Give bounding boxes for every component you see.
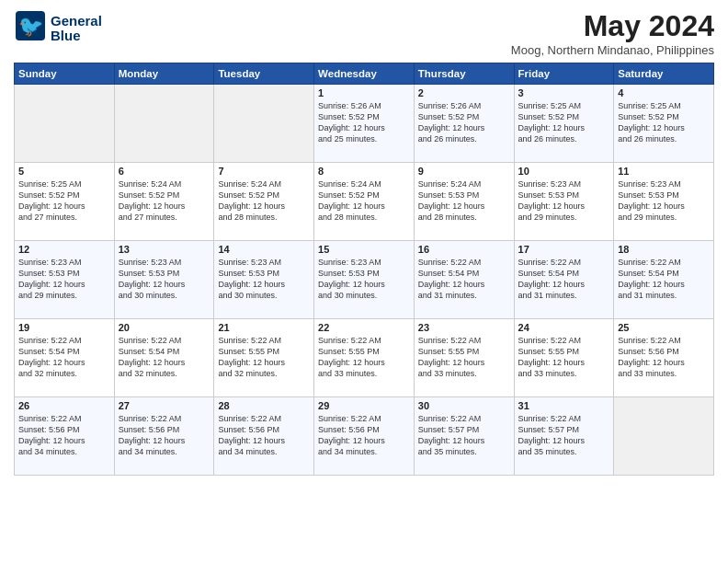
- day-number: 30: [418, 400, 510, 411]
- calendar-cell: 13Sunrise: 5:23 AM Sunset: 5:53 PM Dayli…: [114, 241, 214, 319]
- day-number: 17: [518, 244, 610, 255]
- day-number: 9: [418, 166, 510, 177]
- calendar-cell: 30Sunrise: 5:22 AM Sunset: 5:57 PM Dayli…: [414, 397, 514, 476]
- weekday-header: Sunday: [15, 63, 115, 85]
- day-number: 22: [318, 322, 410, 333]
- day-number: 1: [318, 87, 410, 98]
- calendar-cell: 28Sunrise: 5:22 AM Sunset: 5:56 PM Dayli…: [214, 397, 314, 476]
- calendar-cell: 17Sunrise: 5:22 AM Sunset: 5:54 PM Dayli…: [514, 241, 614, 319]
- calendar-week-row: 19Sunrise: 5:22 AM Sunset: 5:54 PM Dayli…: [15, 319, 714, 397]
- day-info: Sunrise: 5:22 AM Sunset: 5:57 PM Dayligh…: [418, 413, 510, 458]
- location-subtitle: Moog, Northern Mindanao, Philippines: [511, 43, 714, 57]
- calendar-header-row: SundayMondayTuesdayWednesdayThursdayFrid…: [15, 63, 714, 85]
- day-info: Sunrise: 5:24 AM Sunset: 5:53 PM Dayligh…: [418, 178, 510, 224]
- calendar-cell: 24Sunrise: 5:22 AM Sunset: 5:55 PM Dayli…: [514, 319, 614, 397]
- day-number: 5: [18, 166, 110, 177]
- calendar-cell: 16Sunrise: 5:22 AM Sunset: 5:54 PM Dayli…: [414, 241, 514, 319]
- logo-bird-icon: 🐦: [14, 9, 47, 48]
- calendar-cell: 14Sunrise: 5:23 AM Sunset: 5:53 PM Dayli…: [214, 241, 314, 319]
- day-number: 4: [618, 87, 710, 98]
- day-number: 13: [119, 244, 210, 255]
- day-number: 26: [18, 400, 110, 411]
- day-info: Sunrise: 5:22 AM Sunset: 5:54 PM Dayligh…: [18, 335, 110, 380]
- day-info: Sunrise: 5:23 AM Sunset: 5:53 PM Dayligh…: [218, 257, 310, 302]
- calendar-cell: 7Sunrise: 5:24 AM Sunset: 5:52 PM Daylig…: [214, 163, 314, 241]
- day-info: Sunrise: 5:22 AM Sunset: 5:55 PM Dayligh…: [218, 335, 310, 380]
- day-info: Sunrise: 5:23 AM Sunset: 5:53 PM Dayligh…: [18, 257, 110, 302]
- day-number: 20: [119, 322, 210, 333]
- title-block: May 2024 Moog, Northern Mindanao, Philip…: [511, 9, 714, 57]
- calendar-cell: 31Sunrise: 5:22 AM Sunset: 5:57 PM Dayli…: [514, 397, 614, 476]
- day-info: Sunrise: 5:22 AM Sunset: 5:54 PM Dayligh…: [518, 257, 610, 302]
- calendar-cell: 21Sunrise: 5:22 AM Sunset: 5:55 PM Dayli…: [214, 319, 314, 397]
- calendar-cell: 4Sunrise: 5:25 AM Sunset: 5:52 PM Daylig…: [614, 85, 714, 163]
- weekday-header: Thursday: [414, 63, 514, 85]
- day-info: Sunrise: 5:22 AM Sunset: 5:56 PM Dayligh…: [218, 413, 310, 458]
- day-number: 31: [518, 400, 610, 411]
- day-number: 16: [418, 244, 510, 255]
- day-info: Sunrise: 5:22 AM Sunset: 5:55 PM Dayligh…: [418, 335, 510, 380]
- calendar-cell: 2Sunrise: 5:26 AM Sunset: 5:52 PM Daylig…: [414, 85, 514, 163]
- day-number: 28: [218, 400, 310, 411]
- weekday-header: Saturday: [614, 63, 714, 85]
- calendar-table: SundayMondayTuesdayWednesdayThursdayFrid…: [14, 63, 714, 476]
- day-number: 18: [618, 244, 710, 255]
- day-info: Sunrise: 5:22 AM Sunset: 5:54 PM Dayligh…: [418, 257, 510, 302]
- calendar-cell: 6Sunrise: 5:24 AM Sunset: 5:52 PM Daylig…: [114, 163, 214, 241]
- day-number: 2: [418, 87, 510, 98]
- day-number: 24: [518, 322, 610, 333]
- day-info: Sunrise: 5:26 AM Sunset: 5:52 PM Dayligh…: [418, 100, 510, 145]
- day-info: Sunrise: 5:25 AM Sunset: 5:52 PM Dayligh…: [618, 100, 710, 145]
- logo-text: General Blue: [51, 14, 102, 44]
- day-info: Sunrise: 5:22 AM Sunset: 5:55 PM Dayligh…: [518, 335, 610, 380]
- logo: 🐦 General Blue: [14, 9, 102, 48]
- calendar-week-row: 12Sunrise: 5:23 AM Sunset: 5:53 PM Dayli…: [15, 241, 714, 319]
- calendar-week-row: 5Sunrise: 5:25 AM Sunset: 5:52 PM Daylig…: [15, 163, 714, 241]
- day-number: 14: [218, 244, 310, 255]
- weekday-header: Monday: [114, 63, 214, 85]
- calendar-cell: 15Sunrise: 5:23 AM Sunset: 5:53 PM Dayli…: [314, 241, 415, 319]
- day-number: 12: [18, 244, 110, 255]
- calendar-cell: 18Sunrise: 5:22 AM Sunset: 5:54 PM Dayli…: [614, 241, 714, 319]
- calendar-cell: [214, 85, 314, 163]
- calendar-cell: [15, 85, 115, 163]
- day-number: 23: [418, 322, 510, 333]
- calendar-cell: 19Sunrise: 5:22 AM Sunset: 5:54 PM Dayli…: [15, 319, 115, 397]
- calendar-cell: 1Sunrise: 5:26 AM Sunset: 5:52 PM Daylig…: [314, 85, 415, 163]
- calendar-week-row: 26Sunrise: 5:22 AM Sunset: 5:56 PM Dayli…: [15, 397, 714, 476]
- day-info: Sunrise: 5:26 AM Sunset: 5:52 PM Dayligh…: [318, 100, 410, 145]
- day-info: Sunrise: 5:24 AM Sunset: 5:52 PM Dayligh…: [119, 178, 210, 224]
- page-header: 🐦 General Blue May 2024 Moog, Northern M…: [14, 9, 714, 57]
- day-number: 8: [318, 166, 410, 177]
- month-title: May 2024: [511, 9, 714, 43]
- day-number: 21: [218, 322, 310, 333]
- day-info: Sunrise: 5:22 AM Sunset: 5:56 PM Dayligh…: [618, 335, 710, 380]
- day-number: 25: [618, 322, 710, 333]
- weekday-header: Tuesday: [214, 63, 314, 85]
- calendar-cell: 23Sunrise: 5:22 AM Sunset: 5:55 PM Dayli…: [414, 319, 514, 397]
- day-number: 29: [318, 400, 410, 411]
- calendar-cell: 26Sunrise: 5:22 AM Sunset: 5:56 PM Dayli…: [15, 397, 115, 476]
- day-info: Sunrise: 5:23 AM Sunset: 5:53 PM Dayligh…: [618, 178, 710, 224]
- day-info: Sunrise: 5:22 AM Sunset: 5:56 PM Dayligh…: [18, 413, 110, 458]
- calendar-week-row: 1Sunrise: 5:26 AM Sunset: 5:52 PM Daylig…: [15, 85, 714, 163]
- weekday-header: Wednesday: [314, 63, 415, 85]
- calendar-cell: 25Sunrise: 5:22 AM Sunset: 5:56 PM Dayli…: [614, 319, 714, 397]
- day-number: 10: [518, 166, 610, 177]
- day-info: Sunrise: 5:25 AM Sunset: 5:52 PM Dayligh…: [18, 178, 110, 224]
- calendar-cell: [114, 85, 214, 163]
- day-info: Sunrise: 5:23 AM Sunset: 5:53 PM Dayligh…: [518, 178, 610, 224]
- day-number: 15: [318, 244, 410, 255]
- day-info: Sunrise: 5:22 AM Sunset: 5:54 PM Dayligh…: [119, 335, 210, 380]
- calendar-cell: [614, 397, 714, 476]
- calendar-cell: 9Sunrise: 5:24 AM Sunset: 5:53 PM Daylig…: [414, 163, 514, 241]
- day-info: Sunrise: 5:22 AM Sunset: 5:56 PM Dayligh…: [119, 413, 210, 458]
- calendar-body: 1Sunrise: 5:26 AM Sunset: 5:52 PM Daylig…: [15, 85, 714, 476]
- day-info: Sunrise: 5:22 AM Sunset: 5:55 PM Dayligh…: [318, 335, 410, 380]
- day-number: 6: [119, 166, 210, 177]
- svg-text:🐦: 🐦: [18, 14, 44, 39]
- calendar-cell: 20Sunrise: 5:22 AM Sunset: 5:54 PM Dayli…: [114, 319, 214, 397]
- day-info: Sunrise: 5:24 AM Sunset: 5:52 PM Dayligh…: [318, 178, 410, 224]
- day-info: Sunrise: 5:22 AM Sunset: 5:56 PM Dayligh…: [318, 413, 410, 458]
- day-number: 7: [218, 166, 310, 177]
